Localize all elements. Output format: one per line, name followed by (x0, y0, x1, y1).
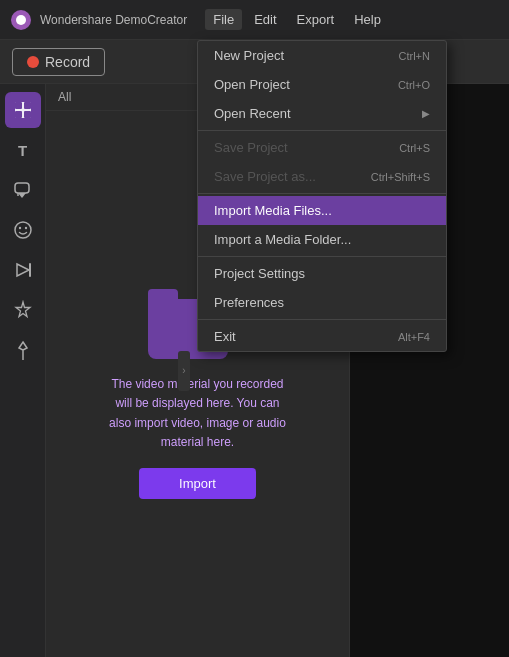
menu-save-project-as: Save Project as... Ctrl+Shift+S (198, 162, 446, 191)
exit-label: Exit (214, 329, 236, 344)
svg-point-8 (15, 222, 31, 238)
new-project-shortcut: Ctrl+N (399, 50, 430, 62)
menu-item-file[interactable]: File (205, 9, 242, 30)
svg-marker-11 (17, 264, 29, 276)
menu-open-recent[interactable]: Open Recent ▶ (198, 99, 446, 128)
menu-new-project[interactable]: New Project Ctrl+N (198, 41, 446, 70)
sidebar-item-emoji[interactable] (5, 212, 41, 248)
empty-state-line3: also import video, image or audio (109, 416, 286, 430)
menu-bar: File Edit Export Help (205, 9, 389, 30)
svg-point-10 (24, 227, 26, 229)
menu-item-edit[interactable]: Edit (246, 9, 284, 30)
svg-rect-7 (15, 183, 29, 193)
svg-rect-6 (24, 111, 31, 118)
exit-shortcut: Alt+F4 (398, 331, 430, 343)
menu-open-project[interactable]: Open Project Ctrl+O (198, 70, 446, 99)
effects-icon (13, 300, 33, 320)
emoji-icon (13, 220, 33, 240)
collapse-handle[interactable]: › (178, 351, 190, 391)
submenu-arrow-icon: ▶ (422, 108, 430, 119)
import-button[interactable]: Import (139, 468, 256, 499)
menu-item-export[interactable]: Export (289, 9, 343, 30)
file-dropdown-menu: New Project Ctrl+N Open Project Ctrl+O O… (197, 40, 447, 352)
import-media-label: Import Media Files... (214, 203, 332, 218)
svg-point-1 (16, 15, 26, 25)
empty-state-line1: The video material you recorded (111, 377, 283, 391)
svg-rect-5 (15, 111, 22, 118)
app-logo-icon (10, 9, 32, 31)
menu-import-media[interactable]: Import Media Files... (198, 196, 446, 225)
intro-icon (13, 260, 33, 280)
import-folder-label: Import a Media Folder... (214, 232, 351, 247)
menu-separator-1 (198, 130, 446, 131)
preferences-label: Preferences (214, 295, 284, 310)
sidebar-item-effects[interactable] (5, 292, 41, 328)
empty-state-line2: will be displayed here. You can (115, 396, 279, 410)
menu-project-settings[interactable]: Project Settings (198, 259, 446, 288)
save-project-label: Save Project (214, 140, 288, 155)
record-button[interactable]: Record (12, 48, 105, 76)
record-dot-icon (27, 56, 39, 68)
sidebar: T (0, 84, 46, 657)
menu-separator-2 (198, 193, 446, 194)
pin-icon (13, 340, 33, 360)
filter-all-label: All (58, 90, 71, 104)
save-project-as-shortcut: Ctrl+Shift+S (371, 171, 430, 183)
save-project-shortcut: Ctrl+S (399, 142, 430, 154)
text-icon: T (18, 142, 27, 159)
sidebar-item-speech[interactable] (5, 172, 41, 208)
record-label: Record (45, 54, 90, 70)
empty-state-text: The video material you recorded will be … (109, 375, 286, 452)
empty-state-line4: material here. (161, 435, 234, 449)
menu-import-folder[interactable]: Import a Media Folder... (198, 225, 446, 254)
menu-exit[interactable]: Exit Alt+F4 (198, 322, 446, 351)
sidebar-item-media[interactable] (5, 92, 41, 128)
app-title: Wondershare DemoCreator (40, 13, 187, 27)
menu-save-project: Save Project Ctrl+S (198, 133, 446, 162)
new-project-label: New Project (214, 48, 284, 63)
sidebar-item-text[interactable]: T (5, 132, 41, 168)
open-recent-label: Open Recent (214, 106, 291, 121)
menu-preferences[interactable]: Preferences (198, 288, 446, 317)
svg-rect-4 (24, 102, 31, 109)
svg-point-9 (18, 227, 20, 229)
speech-icon (13, 180, 33, 200)
sidebar-item-intro[interactable] (5, 252, 41, 288)
title-bar: Wondershare DemoCreator File Edit Export… (0, 0, 509, 40)
open-project-label: Open Project (214, 77, 290, 92)
project-settings-label: Project Settings (214, 266, 305, 281)
menu-item-help[interactable]: Help (346, 9, 389, 30)
save-project-as-label: Save Project as... (214, 169, 316, 184)
svg-rect-3 (15, 102, 22, 109)
media-icon (13, 100, 33, 120)
open-project-shortcut: Ctrl+O (398, 79, 430, 91)
menu-separator-3 (198, 256, 446, 257)
menu-separator-4 (198, 319, 446, 320)
sidebar-item-pin[interactable] (5, 332, 41, 368)
